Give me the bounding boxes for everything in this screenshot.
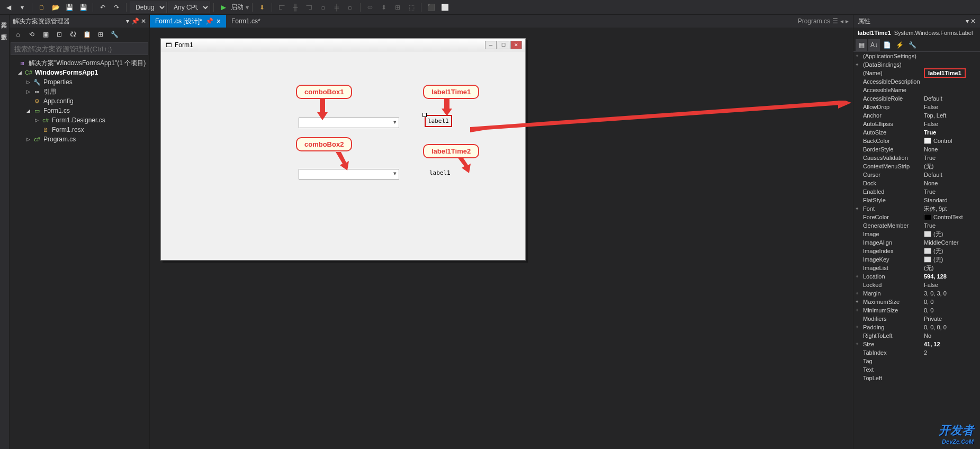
property-row[interactable]: RightToLeftNo bbox=[853, 331, 980, 340]
close-icon[interactable]: ✕ bbox=[141, 17, 146, 25]
property-row[interactable]: +Font宋体, 9pt bbox=[853, 204, 980, 213]
undo-icon[interactable]: ↶ bbox=[96, 1, 109, 14]
property-row[interactable]: AutoSizeTrue bbox=[853, 128, 980, 137]
pin-icon[interactable]: 📌 bbox=[205, 17, 213, 25]
property-row[interactable]: Text bbox=[853, 365, 980, 374]
property-row[interactable]: AllowDropFalse bbox=[853, 103, 980, 111]
combobox2[interactable] bbox=[299, 169, 399, 179]
start-icon[interactable]: ▶ bbox=[217, 1, 230, 14]
props-page-icon[interactable]: 📄 bbox=[881, 39, 893, 51]
property-row[interactable]: +Location594, 128 bbox=[853, 272, 980, 281]
project-node[interactable]: ◢C#WindowsFormsApp1 bbox=[10, 68, 149, 77]
new-icon[interactable]: 🗋 bbox=[35, 1, 48, 14]
property-row[interactable]: Tag bbox=[853, 357, 980, 365]
form1cs-node[interactable]: ◢▭Form1.cs bbox=[10, 106, 149, 115]
property-row[interactable]: AccessibleRoleDefault bbox=[853, 94, 980, 103]
chevron-right-icon[interactable]: ▸ bbox=[846, 17, 849, 25]
property-row[interactable]: BackColorControl bbox=[853, 137, 980, 145]
left-tab-strip[interactable]: 工具箱 数据源 bbox=[0, 15, 10, 449]
chevron-left-icon[interactable]: ◂ bbox=[840, 17, 843, 25]
property-row[interactable]: +Padding0, 0, 0, 0 bbox=[853, 323, 980, 331]
selected-object-type: System.Windows.Forms.Label bbox=[894, 30, 973, 36]
config-combo[interactable]: Debug bbox=[130, 2, 167, 13]
property-row[interactable]: (Name)label1Time1 bbox=[853, 69, 980, 77]
property-row[interactable]: Image(无) bbox=[853, 230, 980, 238]
property-row[interactable]: BorderStyleNone bbox=[853, 145, 980, 154]
alphabetical-icon[interactable]: A↓ bbox=[868, 39, 880, 51]
start-label[interactable]: 启动 bbox=[231, 3, 244, 12]
property-row[interactable]: ImageAlignMiddleCenter bbox=[853, 238, 980, 247]
close-icon[interactable]: ✕ bbox=[970, 17, 976, 25]
label1time1[interactable]: label1 bbox=[425, 115, 452, 127]
property-row[interactable]: +Size41, 12 bbox=[853, 340, 980, 348]
solution-root[interactable]: 🗉解决方案"WindowsFormsApp1"(1 个项目) bbox=[10, 58, 149, 68]
tab-form1-design[interactable]: Form1.cs [设计]*📌× bbox=[150, 15, 226, 28]
programcs-node[interactable]: ▷c#Program.cs bbox=[10, 134, 149, 144]
property-row[interactable]: +MinimumSize0, 0 bbox=[853, 306, 980, 315]
bring-front-icon[interactable]: ⬛ bbox=[425, 1, 437, 14]
property-row[interactable]: FlatStyleStandard bbox=[853, 196, 980, 204]
prop-wrench-icon[interactable]: 🔧 bbox=[906, 39, 918, 51]
close-icon[interactable]: × bbox=[217, 17, 221, 25]
form-designer[interactable]: 🗔 Form1 ─ ☐ ✕ label1 bbox=[150, 28, 853, 449]
dropdown-icon[interactable]: ▾ bbox=[126, 17, 129, 25]
property-row[interactable]: EnabledTrue bbox=[853, 187, 980, 196]
property-row[interactable]: CursorDefault bbox=[853, 170, 980, 179]
nav-file[interactable]: Program.cs bbox=[798, 17, 830, 25]
label1time2[interactable]: label1 bbox=[429, 169, 451, 177]
home-icon[interactable]: ⌂ bbox=[12, 28, 24, 41]
send-back-icon[interactable]: ⬜ bbox=[438, 1, 451, 14]
form-title: Form1 bbox=[175, 41, 193, 49]
property-row[interactable]: TabIndex2 bbox=[853, 348, 980, 357]
save-all-icon[interactable]: 💾 bbox=[77, 1, 89, 14]
dropdown-icon[interactable]: ▾ bbox=[966, 17, 969, 25]
property-row[interactable]: ImageList(无) bbox=[853, 264, 980, 272]
property-row[interactable]: AccessibleDescription bbox=[853, 77, 980, 86]
property-row[interactable]: ImageIndex(无) bbox=[853, 247, 980, 255]
property-row[interactable]: +(ApplicationSettings) bbox=[853, 52, 980, 60]
dropdown-icon[interactable]: ☰ bbox=[832, 17, 838, 25]
property-row[interactable]: ContextMenuStrip(无) bbox=[853, 162, 980, 170]
nav-back-icon[interactable]: ◀ bbox=[2, 1, 15, 14]
property-row[interactable]: AutoEllipsisFalse bbox=[853, 120, 980, 128]
property-row[interactable]: TopLeft bbox=[853, 374, 980, 382]
save-icon[interactable]: 💾 bbox=[63, 1, 76, 14]
property-row[interactable]: +Margin3, 0, 3, 0 bbox=[853, 289, 980, 298]
nav-fwd-icon[interactable]: ▾ bbox=[16, 1, 29, 14]
property-row[interactable]: AnchorTop, Left bbox=[853, 111, 980, 120]
events-icon[interactable]: ⚡ bbox=[894, 39, 905, 51]
pin-icon[interactable]: 📌 bbox=[131, 17, 139, 25]
solution-search[interactable] bbox=[11, 42, 148, 55]
form-window[interactable]: 🗔 Form1 ─ ☐ ✕ label1 bbox=[160, 38, 526, 261]
properties-node[interactable]: ▷🔧Properties bbox=[10, 77, 149, 87]
property-row[interactable]: ForeColorControlText bbox=[853, 213, 980, 221]
appconfig-node[interactable]: ⚙App.config bbox=[10, 96, 149, 106]
property-row[interactable]: LockedFalse bbox=[853, 281, 980, 289]
collapse-icon[interactable]: ▣ bbox=[39, 28, 52, 41]
property-row[interactable]: +(DataBindings) bbox=[853, 60, 980, 69]
property-row[interactable]: CausesValidationTrue bbox=[853, 154, 980, 162]
property-row[interactable]: AccessibleName bbox=[853, 86, 980, 94]
form1resx-node[interactable]: 🗎Form1.resx bbox=[10, 125, 149, 134]
references-node[interactable]: ▷▪▪引用 bbox=[10, 87, 149, 96]
form1designer-node[interactable]: ▷c#Form1.Designer.cs bbox=[10, 115, 149, 125]
platform-combo[interactable]: Any CPU bbox=[168, 2, 210, 13]
refresh-icon[interactable]: 🗘 bbox=[67, 28, 79, 41]
sync-icon[interactable]: ⟲ bbox=[25, 28, 38, 41]
property-row[interactable]: +MaximumSize0, 0 bbox=[853, 298, 980, 306]
tab-form1-code[interactable]: Form1.cs* bbox=[226, 15, 266, 28]
preview-icon[interactable]: ⊞ bbox=[94, 28, 107, 41]
open-icon[interactable]: 📂 bbox=[49, 1, 62, 14]
categorized-icon[interactable]: ▦ bbox=[856, 39, 867, 51]
property-row[interactable]: DockNone bbox=[853, 179, 980, 187]
show-all-icon[interactable]: ⊡ bbox=[53, 28, 66, 41]
redo-icon[interactable]: ↷ bbox=[110, 1, 123, 14]
property-grid[interactable]: +(ApplicationSettings)+(DataBindings)(Na… bbox=[853, 52, 980, 449]
wrench-icon[interactable]: 🔧 bbox=[108, 28, 121, 41]
property-row[interactable]: ImageKey(无) bbox=[853, 255, 980, 264]
property-row[interactable]: GenerateMemberTrue bbox=[853, 221, 980, 230]
property-row[interactable]: ModifiersPrivate bbox=[853, 315, 980, 323]
combobox1[interactable] bbox=[299, 118, 399, 128]
step-icon[interactable]: ⬇ bbox=[256, 1, 268, 14]
props-icon[interactable]: 📋 bbox=[80, 28, 93, 41]
